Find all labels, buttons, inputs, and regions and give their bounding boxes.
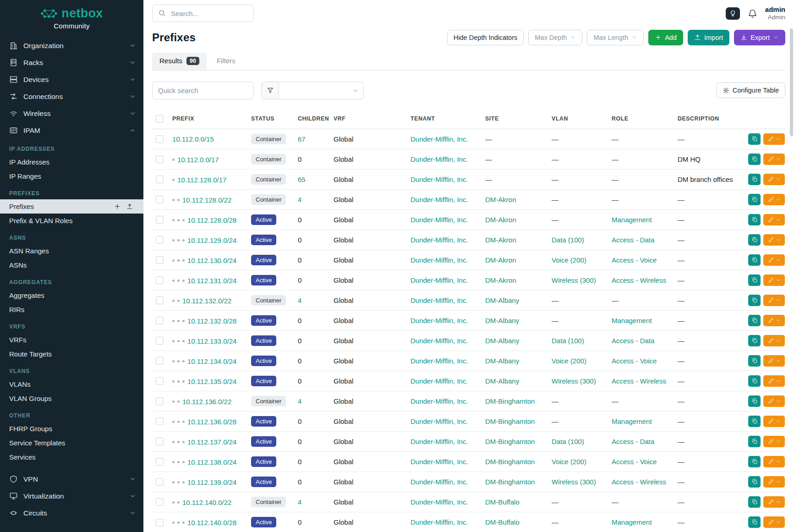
prefix-link[interactable]: 10.112.129.0/24 bbox=[187, 236, 236, 244]
prefix-link[interactable]: 10.112.140.0/22 bbox=[182, 499, 231, 506]
children-link[interactable]: 67 bbox=[298, 135, 306, 143]
tenant-link[interactable]: Dunder-Mifflin, Inc. bbox=[411, 256, 468, 264]
clone-button[interactable] bbox=[748, 375, 761, 387]
vlan-link[interactable]: Data (100) bbox=[552, 438, 584, 445]
hide-depth-indicators-button[interactable]: Hide Depth Indicators bbox=[447, 30, 524, 45]
role-link[interactable]: Access - Wireless bbox=[612, 478, 666, 486]
prefix-link[interactable]: 10.112.134.0/24 bbox=[187, 357, 236, 365]
tenant-link[interactable]: Dunder-Mifflin, Inc. bbox=[411, 155, 468, 163]
edit-button[interactable] bbox=[763, 154, 785, 165]
site-link[interactable]: DM-Akron bbox=[485, 236, 516, 244]
prefix-link[interactable]: 10.112.140.0/28 bbox=[187, 519, 236, 527]
prefix-link[interactable]: 10.112.128.0/17 bbox=[177, 176, 226, 184]
row-checkbox[interactable] bbox=[156, 377, 164, 385]
row-checkbox[interactable] bbox=[156, 458, 164, 466]
site-link[interactable]: DM-Akron bbox=[485, 196, 516, 203]
clone-button[interactable] bbox=[748, 133, 761, 145]
clone-button[interactable] bbox=[748, 395, 761, 407]
edit-button[interactable] bbox=[763, 194, 785, 205]
edit-button[interactable] bbox=[763, 416, 785, 427]
edit-button[interactable] bbox=[763, 395, 785, 407]
prefix-link[interactable]: 10.112.130.0/24 bbox=[187, 257, 236, 264]
row-checkbox[interactable] bbox=[156, 276, 164, 284]
vlan-link[interactable]: Data (100) bbox=[552, 236, 584, 244]
clone-button[interactable] bbox=[748, 456, 761, 467]
max-depth-dropdown[interactable]: Max Depth bbox=[528, 30, 582, 45]
edit-button[interactable] bbox=[763, 315, 785, 326]
clone-button[interactable] bbox=[748, 355, 761, 367]
vlan-link[interactable]: Data (100) bbox=[552, 337, 584, 345]
row-checkbox[interactable] bbox=[156, 438, 164, 445]
sidebar-item-vlan-groups[interactable]: VLAN Groups bbox=[0, 391, 143, 406]
site-link[interactable]: DM-Binghamton bbox=[485, 438, 535, 445]
tenant-link[interactable]: Dunder-Mifflin, Inc. bbox=[411, 438, 468, 445]
prefix-link[interactable]: 10.112.128.0/22 bbox=[182, 196, 231, 204]
row-checkbox[interactable] bbox=[156, 216, 164, 224]
row-checkbox[interactable] bbox=[156, 337, 164, 345]
notifications-bell-icon[interactable] bbox=[748, 9, 757, 18]
tenant-link[interactable]: Dunder-Mifflin, Inc. bbox=[411, 276, 468, 284]
tenant-link[interactable]: Dunder-Mifflin, Inc. bbox=[411, 397, 468, 405]
row-checkbox[interactable] bbox=[156, 176, 164, 183]
children-link[interactable]: 4 bbox=[298, 498, 301, 506]
quick-import-icon[interactable] bbox=[126, 203, 133, 210]
quick-search-input[interactable] bbox=[152, 82, 254, 99]
role-link[interactable]: Access - Data bbox=[612, 337, 654, 345]
tenant-link[interactable]: Dunder-Mifflin, Inc. bbox=[411, 176, 468, 183]
tenant-link[interactable]: Dunder-Mifflin, Inc. bbox=[411, 317, 468, 324]
site-link[interactable]: DM-Binghamton bbox=[485, 417, 535, 425]
edit-button[interactable] bbox=[763, 295, 785, 306]
role-link[interactable]: Management bbox=[612, 417, 652, 425]
row-checkbox[interactable] bbox=[156, 296, 164, 304]
clone-button[interactable] bbox=[748, 254, 761, 266]
tenant-link[interactable]: Dunder-Mifflin, Inc. bbox=[411, 518, 468, 526]
sidebar-item-devices[interactable]: Devices bbox=[0, 71, 143, 88]
brand[interactable]: netbox Community bbox=[0, 6, 143, 30]
prefix-link[interactable]: 10.112.0.0/17 bbox=[177, 156, 219, 164]
sidebar-item-racks[interactable]: Racks bbox=[0, 54, 143, 71]
clone-button[interactable] bbox=[748, 335, 761, 346]
clone-button[interactable] bbox=[748, 174, 761, 185]
filter-funnel-button[interactable] bbox=[261, 82, 279, 99]
column-header-vlan[interactable]: VLAN bbox=[548, 110, 608, 129]
user-menu[interactable]: admin Admin bbox=[765, 5, 785, 21]
edit-button[interactable] bbox=[763, 234, 785, 246]
sidebar-item-vrfs[interactable]: VRFs bbox=[0, 333, 143, 347]
prefix-link[interactable]: 10.112.132.0/28 bbox=[187, 317, 236, 325]
clone-button[interactable] bbox=[748, 315, 761, 326]
saved-filter-select[interactable] bbox=[279, 82, 364, 99]
site-link[interactable]: DM-Akron bbox=[485, 276, 516, 284]
sidebar-item-connections[interactable]: Connections bbox=[0, 88, 143, 105]
sidebar-item-vpn[interactable]: VPN bbox=[0, 471, 143, 488]
clone-button[interactable] bbox=[748, 274, 761, 286]
prefix-link[interactable]: 10.112.139.0/24 bbox=[187, 478, 236, 486]
column-header-description[interactable]: DESCRIPTION bbox=[674, 110, 745, 129]
edit-button[interactable] bbox=[763, 254, 785, 266]
clone-button[interactable] bbox=[748, 496, 761, 508]
tenant-link[interactable]: Dunder-Mifflin, Inc. bbox=[411, 196, 468, 203]
tab-results[interactable]: Results 90 bbox=[152, 53, 207, 70]
edit-button[interactable] bbox=[763, 436, 785, 447]
sidebar-item-fhrp-groups[interactable]: FHRP Groups bbox=[0, 422, 143, 436]
row-checkbox[interactable] bbox=[156, 135, 164, 143]
edit-button[interactable] bbox=[763, 456, 785, 467]
vlan-link[interactable]: Voice (200) bbox=[552, 357, 586, 365]
tenant-link[interactable]: Dunder-Mifflin, Inc. bbox=[411, 236, 468, 244]
clone-button[interactable] bbox=[748, 476, 761, 488]
edit-button[interactable] bbox=[763, 133, 785, 145]
prefix-link[interactable]: 10.112.135.0/24 bbox=[187, 378, 236, 385]
vlan-link[interactable]: Wireless (300) bbox=[552, 377, 596, 385]
sidebar-item-services[interactable]: Services bbox=[0, 450, 143, 464]
role-link[interactable]: Management bbox=[612, 518, 652, 526]
clone-button[interactable] bbox=[748, 154, 761, 165]
sidebar-item-aggregates[interactable]: Aggregates bbox=[0, 288, 143, 302]
vlan-link[interactable]: Wireless (300) bbox=[552, 478, 596, 486]
site-link[interactable]: DM-Akron bbox=[485, 216, 516, 224]
site-link[interactable]: DM-Buffalo bbox=[485, 518, 520, 526]
children-link[interactable]: 4 bbox=[298, 397, 301, 405]
clone-button[interactable] bbox=[748, 214, 761, 225]
clone-button[interactable] bbox=[748, 194, 761, 205]
column-header-prefix[interactable]: PREFIX bbox=[169, 110, 247, 129]
sidebar-item-rirs[interactable]: RIRs bbox=[0, 302, 143, 317]
row-checkbox[interactable] bbox=[156, 417, 164, 425]
